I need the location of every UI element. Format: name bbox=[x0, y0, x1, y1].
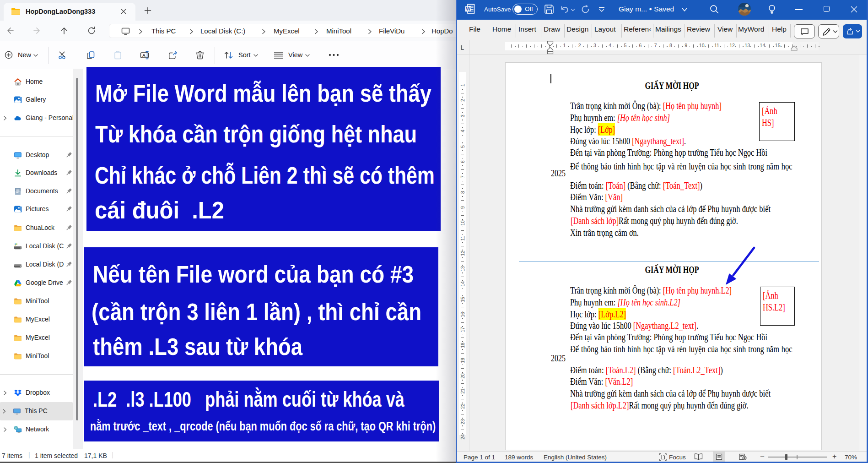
svg-text:A: A bbox=[142, 53, 146, 58]
svg-text:W: W bbox=[466, 6, 470, 11]
